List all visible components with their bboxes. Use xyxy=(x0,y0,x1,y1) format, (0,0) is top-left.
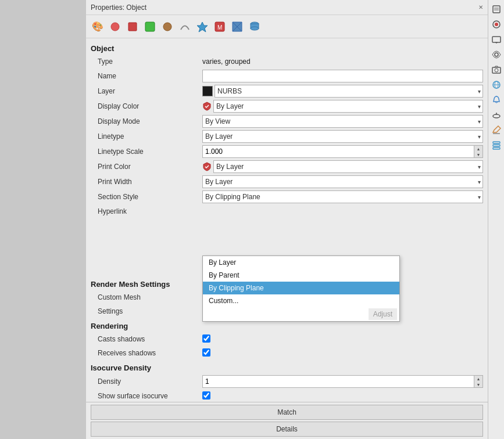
isocurve-header: Isocurve Density xyxy=(86,360,488,374)
object-properties-icon[interactable] xyxy=(489,2,503,16)
layer-color-swatch xyxy=(202,86,213,96)
surface-icon[interactable] xyxy=(124,19,141,35)
density-spinner-up[interactable]: ▲ xyxy=(474,376,482,382)
layer-row: Layer NURBS xyxy=(86,84,488,99)
panel-title: Properties: Object xyxy=(91,3,146,12)
dropdown-item-byparent[interactable]: By Parent xyxy=(203,269,399,282)
mesh-icon[interactable] xyxy=(159,19,176,35)
svg-point-14 xyxy=(495,23,498,26)
dropdown-item-custom[interactable]: Custom... xyxy=(203,294,399,307)
object-icon[interactable] xyxy=(107,19,123,35)
name-label: Name xyxy=(86,72,202,80)
density-input[interactable] xyxy=(202,375,474,388)
layer-select[interactable]: NURBS xyxy=(215,85,483,98)
details-button[interactable]: Details xyxy=(91,422,483,437)
color-right-icon[interactable] xyxy=(489,17,503,31)
svg-point-18 xyxy=(495,53,498,56)
display-mode-row: Display Mode By View xyxy=(86,114,488,129)
left-area xyxy=(0,0,86,439)
toolbar: 🎨 M xyxy=(86,15,488,38)
svg-point-0 xyxy=(111,23,119,31)
svg-rect-28 xyxy=(493,145,500,146)
nurbs-icon[interactable] xyxy=(142,19,158,35)
dropdown-item-byclippingplane[interactable]: By Clipping Plane xyxy=(203,282,399,294)
layer-value-container: NURBS xyxy=(202,85,488,98)
shield-icon-display xyxy=(202,102,212,111)
print-color-label: Print Color xyxy=(86,163,202,171)
print-width-value-container: By Layer xyxy=(202,175,488,188)
dropdown-item-bylayer[interactable]: By Layer xyxy=(203,256,399,269)
show-isocurve-label: Show surface isocurve xyxy=(86,392,202,400)
camera-right-icon[interactable] xyxy=(489,63,503,77)
close-icon[interactable]: ✕ xyxy=(478,4,483,10)
ground-right-icon[interactable] xyxy=(489,108,503,122)
title-bar: Properties: Object ✕ xyxy=(86,0,488,15)
show-isocurve-row: Show surface isocurve xyxy=(86,389,488,402)
linetype-scale-row: Linetype Scale ▲ ▼ xyxy=(86,144,488,159)
svg-point-24 xyxy=(493,114,500,118)
linetype-scale-spinner: ▲ ▼ xyxy=(474,145,483,158)
color-wheel-icon[interactable]: 🎨 xyxy=(90,19,106,35)
display-mode-label: Display Mode xyxy=(86,117,202,125)
print-width-row: Print Width By Layer xyxy=(86,174,488,189)
view-right-icon[interactable] xyxy=(489,48,503,62)
linetype-row: Linetype By Layer xyxy=(86,129,488,144)
right-sidebar xyxy=(488,0,504,439)
svg-rect-1 xyxy=(128,23,137,31)
section-style-select[interactable]: By Clipping Plane xyxy=(202,190,483,203)
type-value: varies, grouped xyxy=(202,57,488,66)
texture-icon[interactable] xyxy=(229,19,245,35)
object-section-header: Object xyxy=(86,41,488,55)
casts-shadows-value xyxy=(202,334,488,344)
name-row: Name xyxy=(86,69,488,84)
hyperlink-row: Hyperlink xyxy=(86,204,488,218)
edit-right-icon[interactable] xyxy=(489,123,503,137)
environment-right-icon[interactable] xyxy=(489,78,503,92)
show-isocurve-value xyxy=(202,391,488,401)
section-style-label: Section Style xyxy=(86,193,202,201)
type-row: Type varies, grouped xyxy=(86,55,488,69)
density-label: Density xyxy=(86,377,202,386)
curve-icon[interactable] xyxy=(177,19,193,35)
display-right-icon[interactable] xyxy=(489,33,503,46)
receives-shadows-row: Receives shadows xyxy=(86,346,488,360)
display-mode-value-container: By View xyxy=(202,115,488,128)
svg-rect-27 xyxy=(493,142,500,143)
display-color-row: Display Color By Layer xyxy=(86,99,488,114)
name-value-container xyxy=(202,70,488,82)
database-icon[interactable] xyxy=(246,19,263,35)
density-spinner-down[interactable]: ▼ xyxy=(474,382,482,387)
density-row: Density ▲ ▼ xyxy=(86,374,488,389)
print-width-select[interactable]: By Layer xyxy=(202,175,483,188)
svg-point-20 xyxy=(495,69,498,72)
layer-label: Layer xyxy=(86,87,202,95)
display-color-label: Display Color xyxy=(86,102,202,110)
match-button[interactable]: Match xyxy=(91,405,483,420)
print-color-select[interactable]: By Layer xyxy=(213,160,483,173)
receives-shadows-checkbox[interactable] xyxy=(202,348,210,357)
display-color-select[interactable]: By Layer xyxy=(213,100,483,113)
material-icon[interactable]: M xyxy=(212,19,228,35)
print-width-label: Print Width xyxy=(86,178,202,186)
light-icon[interactable] xyxy=(194,19,210,35)
receives-shadows-value xyxy=(202,348,488,358)
linetype-scale-input[interactable] xyxy=(202,145,474,158)
svg-text:M: M xyxy=(217,24,222,31)
receives-shadows-label: Receives shadows xyxy=(86,349,202,357)
display-mode-select[interactable]: By View xyxy=(202,115,483,128)
spinner-down-btn[interactable]: ▼ xyxy=(474,152,482,157)
spinner-up-btn[interactable]: ▲ xyxy=(474,146,482,152)
name-input[interactable] xyxy=(202,70,483,82)
layers-right-icon[interactable] xyxy=(489,138,503,152)
density-spinner: ▲ ▼ xyxy=(474,375,483,388)
svg-rect-2 xyxy=(145,22,155,31)
svg-rect-29 xyxy=(493,147,500,149)
bell-right-icon[interactable] xyxy=(489,93,503,107)
linetype-select[interactable]: By Layer xyxy=(202,130,483,143)
content-area: Object Type varies, grouped Name Layer N… xyxy=(86,38,488,402)
print-color-value-container: By Layer xyxy=(202,160,488,173)
section-style-dropdown: By Layer By Parent By Clipping Plane Cus… xyxy=(202,256,400,322)
show-isocurve-checkbox[interactable] xyxy=(202,391,210,400)
linetype-scale-value-container: ▲ ▼ xyxy=(202,145,488,158)
casts-shadows-checkbox[interactable] xyxy=(202,334,210,343)
